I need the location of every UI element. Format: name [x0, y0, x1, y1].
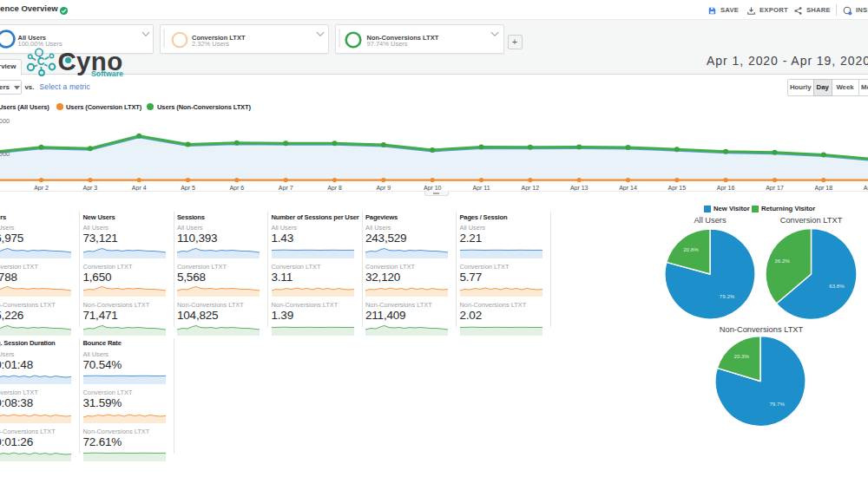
svg-text:79.2%: 79.2% — [720, 293, 735, 299]
svg-text:2,000: 2,000 — [0, 150, 10, 158]
svg-text:20.8%: 20.8% — [683, 246, 699, 252]
svg-text:Software: Software — [91, 69, 123, 78]
svg-text:63.8%: 63.8% — [829, 283, 845, 289]
svg-text:4,000: 4,000 — [0, 117, 10, 125]
svg-text:36.2%: 36.2% — [774, 258, 790, 264]
svg-text:79.7%: 79.7% — [769, 401, 785, 407]
svg-text:C: C — [37, 56, 45, 68]
svg-text:20.3%: 20.3% — [734, 353, 750, 359]
